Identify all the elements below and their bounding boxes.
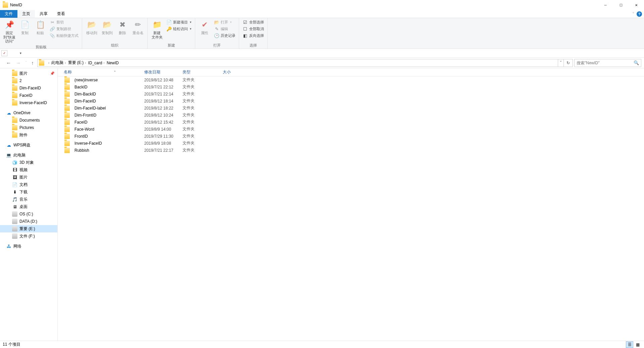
file-row[interactable]: Dim-FaceID-label2019/8/12 18:22文件夹 [58,105,644,112]
cut-button[interactable]: ✂剪切 [48,19,80,25]
refresh-button[interactable]: ↻ [564,59,573,67]
tree-label: 2 [19,78,22,83]
folder-icon [12,100,17,106]
tree-pics[interactable]: 🖼图片 [0,173,57,181]
rename-button[interactable]: ✏重命名 [130,19,145,36]
tree-pictures2[interactable]: Pictures [0,124,57,131]
tab-home[interactable]: 主页 [17,10,35,18]
search-icon[interactable]: 🔍 [634,60,639,65]
forward-button[interactable]: → [16,60,21,66]
file-date: 2019/8/12 10:24 [144,113,182,118]
invert-selection-button[interactable]: ◧反向选择 [241,32,265,39]
paste-shortcut-button[interactable]: 📎粘贴快捷方式 [48,32,80,39]
newfolder-label: 新建 文件夹 [152,31,163,39]
tree-pictures[interactable]: 图片📌 [0,70,57,77]
tree-thispc[interactable]: 💻此电脑 [0,151,57,159]
copyto-button[interactable]: 📂复制到 [100,19,114,36]
tree-onedrive[interactable]: ☁OneDrive [0,109,57,117]
file-row[interactable]: FaceID2019/8/12 15:42文件夹 [58,119,644,126]
crumb-pc[interactable]: 此电脑› [50,59,66,67]
tree-documents[interactable]: Documents [0,117,57,124]
nav-tree[interactable]: 图片📌 2 Dim-FaceID FaceID Inverse-FaceID ☁… [0,68,58,341]
qa-check-icon[interactable]: ✓ [1,50,7,56]
crumb-root[interactable]: › [46,59,50,67]
tab-share[interactable]: 共享 [35,10,52,18]
view-details-button[interactable]: ☰ [626,341,633,348]
tab-file[interactable]: 文件 [0,10,17,18]
help-icon[interactable]: ? [637,11,642,17]
tree-desktop[interactable]: 🖥桌面 [0,203,57,210]
select-none-button[interactable]: ☐全部取消 [241,25,265,32]
history-label: 历史记录 [221,33,235,38]
tree-dimfaceid[interactable]: Dim-FaceID [0,84,57,92]
copy-path-button[interactable]: 🔗复制路径 [48,25,80,32]
ribbon-collapse-icon[interactable]: ˇ [633,12,634,16]
file-list[interactable]: 名称˄ 修改日期 类型 大小 (new)Inverse2019/8/12 10:… [58,68,644,341]
file-row[interactable]: Face-Word2019/8/9 14:00文件夹 [58,126,644,133]
tree-faceid[interactable]: FaceID [0,92,57,99]
tree-label: FaceID [19,93,33,98]
tree-2[interactable]: 2 [0,77,57,84]
delete-button[interactable]: ✖删除 [115,19,130,36]
back-button[interactable]: ← [6,60,11,66]
tree-filef[interactable]: 文件 (F:) [0,232,57,240]
tree-3dobjects[interactable]: 🧊3D 对象 [0,159,57,166]
file-row[interactable]: Dim-FaceID2019/8/12 18:14文件夹 [58,97,644,105]
file-row[interactable]: Dim-FrontID2019/8/12 10:24文件夹 [58,112,644,119]
column-type[interactable]: 类型 [182,68,223,76]
tree-wps[interactable]: ☁WPS网盘 [0,141,57,149]
onedrive-icon: ☁ [6,110,11,116]
edit-button[interactable]: ✎编辑 [213,25,237,32]
close-button[interactable]: ✕ [629,0,644,10]
tree-network[interactable]: 🖧网络 [0,242,57,250]
file-row[interactable]: BackID2019/7/21 22:12文件夹 [58,83,644,90]
ribbon-tabs: 文件 主页 共享 查看 ˇ ? [0,10,644,18]
tree-datad[interactable]: DATA (D:) [0,218,57,225]
search-input[interactable] [577,61,634,65]
tree-inversefaceid[interactable]: Inverse-FaceID [0,99,57,107]
copy-button[interactable]: 📄复制 [17,19,32,36]
new-folder-button[interactable]: 📁新建 文件夹 [150,19,164,40]
tree-music[interactable]: 🎵音乐 [0,196,57,203]
tree-downloads[interactable]: ⬇下载 [0,188,57,196]
maximize-button[interactable]: ☐ [613,0,629,10]
tree-attach[interactable]: 附件 [0,131,57,139]
up-button[interactable]: ↑ [31,60,34,66]
open-button[interactable]: 📂打开▾ [213,19,237,25]
column-size-label: 大小 [223,69,231,75]
recent-dropdown[interactable]: ˇ [25,61,26,65]
easy-access-button[interactable]: 🔑轻松访问▾ [165,25,193,32]
history-button[interactable]: 🕑历史记录 [213,32,237,39]
column-name[interactable]: 名称˄ [58,68,144,76]
minimize-button[interactable]: ─ [598,0,613,10]
view-icons-button[interactable]: ▦ [634,341,641,348]
crumb-newid[interactable]: NewID [105,59,119,67]
tree-impe[interactable]: 重要 (E:) [0,225,57,232]
file-row[interactable]: Inverse-FaceID2019/8/9 18:08文件夹 [58,140,644,147]
file-row[interactable]: Rubbish2019/7/21 22:17文件夹 [58,147,644,154]
column-size[interactable]: 大小 [223,68,250,76]
invert-label: 反向选择 [249,33,264,38]
crumb-idcard[interactable]: ID_card› [87,59,105,67]
tree-osc[interactable]: OS (C:) [0,210,57,218]
address-bar[interactable]: › 此电脑› 重要 (E:)› ID_card› NewID ˇ ↻ [37,59,573,67]
qa-dropdown-icon[interactable]: ▾ [17,50,23,56]
address-dropdown-icon[interactable]: ˇ [558,59,564,67]
file-row[interactable]: FrontID2019/7/29 11:30文件夹 [58,133,644,140]
qa-folder-icon[interactable] [9,50,15,56]
new-item-button[interactable]: 📄新建项目▾ [165,19,193,25]
search-box[interactable]: 🔍 [574,59,641,67]
moveto-button[interactable]: 📂移动到 [84,19,99,36]
pin-to-quickaccess-button[interactable]: 📌固定到"快速访问" [2,19,17,44]
paste-button[interactable]: 📋粘贴 [33,19,48,36]
file-row[interactable]: Dim-BackID2019/7/21 22:14文件夹 [58,90,644,97]
tree-docs[interactable]: 📄文档 [0,181,57,188]
properties-button[interactable]: ✔属性 [197,19,212,36]
crumb-drive[interactable]: 重要 (E:)› [67,59,87,67]
file-row[interactable]: (new)Inverse2019/8/12 10:48文件夹 [58,76,644,83]
folder-icon [12,93,17,98]
column-date[interactable]: 修改日期 [144,68,182,76]
tab-view[interactable]: 查看 [52,10,70,18]
select-all-button[interactable]: ☑全部选择 [241,19,265,25]
tree-videos[interactable]: 🎞视频 [0,166,57,173]
